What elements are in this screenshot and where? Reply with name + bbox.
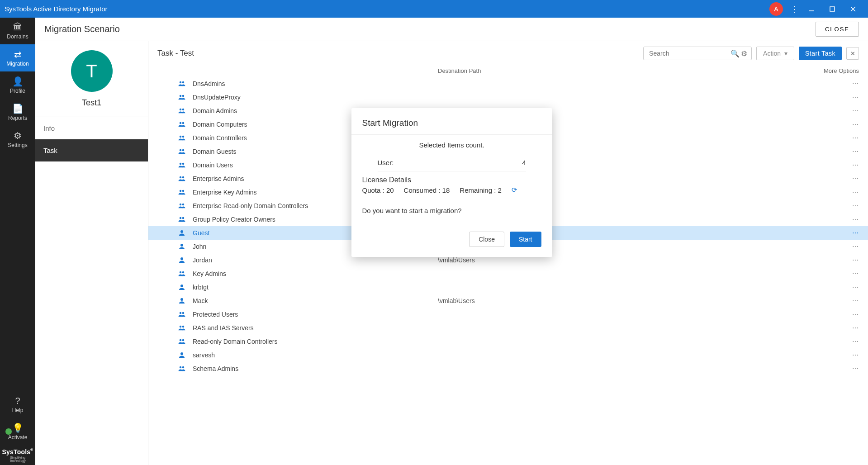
row-name: Domain Users	[193, 161, 233, 169]
search-box[interactable]: 🔍 ⚙	[643, 47, 752, 60]
table-row[interactable]: DnsUpdateProxy⋯	[148, 90, 868, 104]
table-row[interactable]: DnsAdmins⋯	[148, 77, 868, 90]
svg-point-33	[180, 312, 182, 314]
table-row[interactable]: krbtgt⋯	[148, 280, 868, 294]
group-icon	[177, 161, 186, 169]
sidebar-item-migration[interactable]: ⇄ Migration	[0, 44, 35, 71]
page-header: Migration Scenario CLOSE	[35, 18, 868, 41]
column-headers: Destination Path More Options	[148, 66, 868, 77]
table-row[interactable]: RAS and IAS Servers⋯	[148, 321, 868, 335]
reports-icon: 📄	[12, 103, 24, 114]
refresh-icon[interactable]: ⟳	[512, 186, 517, 194]
svg-point-13	[182, 136, 185, 138]
sidebar-item-domains[interactable]: 🏛 Domains	[0, 18, 35, 44]
start-task-button[interactable]: Start Task	[799, 47, 842, 60]
logo-brand: SysTools	[2, 448, 31, 456]
row-more-button[interactable]: ⋯	[852, 338, 859, 345]
scenario-panel: T Test1 Info Task	[35, 41, 148, 465]
close-scenario-button[interactable]: CLOSE	[816, 22, 859, 37]
svg-point-12	[180, 136, 182, 138]
user-icon	[177, 351, 186, 359]
svg-point-8	[180, 109, 182, 111]
row-name: John	[193, 243, 206, 250]
row-more-button[interactable]: ⋯	[852, 256, 859, 264]
table-row[interactable]: sarvesh⋯	[148, 348, 868, 362]
row-more-button[interactable]: ⋯	[852, 148, 859, 155]
sidebar-item-profile[interactable]: 👤 Profile	[0, 71, 35, 99]
table-row[interactable]: Schema Admins⋯	[148, 362, 868, 375]
tab-info[interactable]: Info	[35, 117, 148, 139]
svg-point-24	[180, 217, 182, 219]
sidebar: 🏛 Domains ⇄ Migration 👤 Profile 📄 Report…	[0, 18, 35, 465]
selected-count-label: Selected Items count.	[362, 141, 541, 149]
row-name: Guest	[193, 229, 209, 237]
start-migration-modal: Start Migration Selected Items count. Us…	[351, 108, 552, 257]
row-more-button[interactable]: ⋯	[852, 284, 859, 291]
row-more-button[interactable]: ⋯	[852, 365, 859, 372]
search-settings-icon[interactable]: ⚙	[740, 49, 749, 58]
group-icon	[177, 188, 186, 196]
row-name: Schema Admins	[193, 365, 238, 372]
row-more-button[interactable]: ⋯	[852, 324, 859, 332]
user-avatar[interactable]: A	[769, 2, 783, 16]
row-more-button[interactable]: ⋯	[852, 80, 859, 87]
kebab-menu-icon[interactable]: ⋮	[787, 4, 801, 14]
row-more-button[interactable]: ⋯	[852, 107, 859, 114]
modal-close-button[interactable]: Close	[469, 232, 504, 247]
close-task-button[interactable]: ✕	[846, 47, 859, 60]
row-more-button[interactable]: ⋯	[852, 175, 859, 182]
modal-start-button[interactable]: Start	[510, 232, 541, 247]
row-more-button[interactable]: ⋯	[852, 311, 859, 318]
row-more-button[interactable]: ⋯	[852, 351, 859, 359]
user-count: 4	[522, 159, 526, 166]
table-row[interactable]: Read-only Domain Controllers⋯	[148, 335, 868, 348]
row-more-button[interactable]: ⋯	[852, 189, 859, 196]
sidebar-item-help[interactable]: ? Help	[0, 391, 35, 418]
table-row[interactable]: Protected Users⋯	[148, 308, 868, 321]
svg-point-26	[180, 230, 183, 233]
row-name: Enterprise Admins	[193, 175, 244, 182]
search-input[interactable]	[649, 50, 730, 57]
row-name: Domain Computers	[193, 121, 247, 128]
row-more-button[interactable]: ⋯	[852, 229, 859, 237]
group-icon	[177, 93, 186, 101]
row-more-button[interactable]: ⋯	[852, 94, 859, 101]
minimize-button[interactable]	[801, 0, 822, 18]
maximize-button[interactable]	[822, 0, 843, 18]
row-more-button[interactable]: ⋯	[852, 297, 859, 304]
search-icon[interactable]: 🔍	[730, 49, 740, 58]
sidebar-label: Help	[12, 407, 24, 413]
table-row[interactable]: Key Admins⋯	[148, 267, 868, 280]
svg-point-15	[182, 149, 185, 152]
row-more-button[interactable]: ⋯	[852, 121, 859, 128]
row-name: Read-only Domain Controllers	[193, 338, 278, 345]
user-label: User:	[378, 159, 394, 166]
row-more-button[interactable]: ⋯	[852, 216, 859, 223]
row-more-button[interactable]: ⋯	[852, 202, 859, 209]
svg-point-16	[180, 163, 182, 165]
consumed: Consumed : 18	[404, 186, 450, 194]
action-label: Action	[763, 50, 781, 57]
close-window-button[interactable]	[843, 0, 863, 18]
svg-point-25	[182, 217, 185, 219]
action-dropdown[interactable]: Action ▾	[756, 47, 794, 60]
col-more: More Options	[805, 67, 859, 74]
sidebar-label: Domains	[7, 33, 28, 40]
sidebar-item-settings[interactable]: ⚙ Settings	[0, 126, 35, 153]
sidebar-item-activate[interactable]: 💡 Activate	[0, 418, 35, 445]
profile-icon: 👤	[12, 76, 24, 87]
sidebar-label: Profile	[10, 88, 25, 94]
row-more-button[interactable]: ⋯	[852, 134, 859, 142]
task-toolbar: Task - Test 🔍 ⚙ Action ▾ Start Task ✕	[148, 41, 868, 66]
svg-point-37	[180, 339, 182, 342]
row-more-button[interactable]: ⋯	[852, 270, 859, 277]
svg-point-7	[182, 95, 185, 97]
row-name: Enterprise Key Admins	[193, 189, 257, 196]
row-more-button[interactable]: ⋯	[852, 243, 859, 250]
sidebar-item-reports[interactable]: 📄 Reports	[0, 99, 35, 126]
tab-task[interactable]: Task	[35, 139, 148, 161]
scenario-name: Test1	[44, 98, 139, 108]
group-icon	[177, 175, 186, 183]
table-row[interactable]: Mack\vmlab\Users⋯	[148, 294, 868, 308]
row-more-button[interactable]: ⋯	[852, 161, 859, 169]
